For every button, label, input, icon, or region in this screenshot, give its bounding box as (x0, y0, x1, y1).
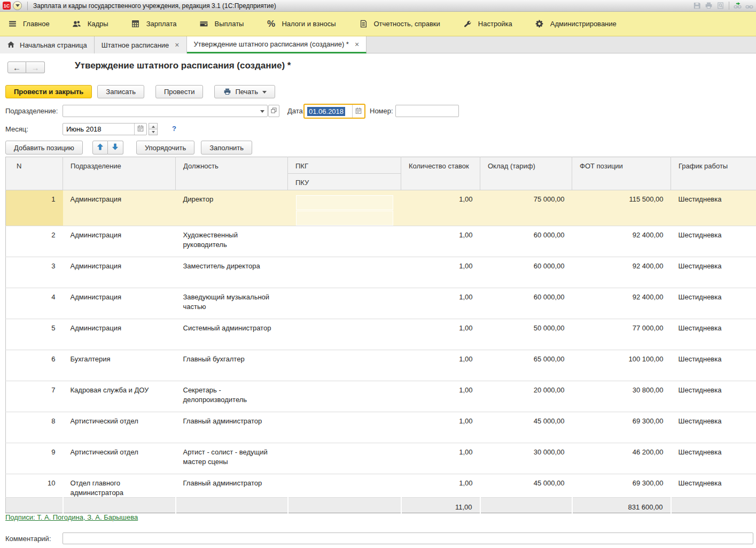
cell-salary[interactable]: 20 000,00 (480, 381, 572, 412)
cell-schedule[interactable]: Шестидневка (671, 381, 756, 412)
date-field[interactable]: 01.06.2018 (303, 104, 365, 119)
menu-item-administrirovanie[interactable]: Администрирование (535, 19, 617, 29)
menu-item-otchetnost-spravki[interactable]: Отчетность, справки (358, 19, 440, 29)
table-row[interactable]: 3 Администрация Заместитель директора 1,… (6, 257, 756, 288)
spinner-down-icon[interactable] (149, 129, 158, 135)
menu-item-glavnoe[interactable]: Главное (7, 19, 50, 29)
cell-pkg[interactable] (288, 474, 401, 498)
menu-item-kadry[interactable]: Кадры (72, 19, 108, 29)
menu-item-zarplata[interactable]: Зарплата (131, 19, 177, 29)
table-row[interactable]: 1 Администрация Директор 1,00 75 000,00 … (6, 190, 756, 226)
cell-department[interactable]: Администрация (63, 319, 176, 350)
cell-salary[interactable]: 60 000,00 (480, 257, 572, 288)
tab-close-icon[interactable]: × (175, 41, 179, 49)
cell-count[interactable]: 1,00 (401, 319, 480, 350)
forward-button[interactable]: → (26, 61, 45, 73)
cell-fot[interactable]: 92 400,00 (572, 257, 671, 288)
cell-count[interactable]: 1,00 (401, 474, 480, 498)
tab-utverzhdenie[interactable]: Утверждение штатного расписания (создани… (187, 36, 367, 53)
cell-salary[interactable]: 45 000,00 (480, 474, 572, 498)
post-and-close-button[interactable]: Провести и закрыть (5, 85, 92, 98)
date-input[interactable]: 01.06.2018 (305, 105, 352, 118)
month-field[interactable] (63, 123, 147, 135)
cell-schedule[interactable]: Шестидневка (671, 190, 756, 226)
cell-position[interactable]: Заместитель директора (176, 257, 288, 288)
move-up-button[interactable] (92, 141, 108, 155)
cell-n[interactable]: 5 (6, 319, 63, 350)
cell-n[interactable]: 7 (6, 381, 63, 412)
comment-input[interactable] (63, 532, 753, 544)
cell-fot[interactable]: 69 300,00 (572, 474, 671, 498)
department-input[interactable] (63, 105, 258, 117)
cell-pkg[interactable] (288, 443, 401, 474)
add-position-button[interactable]: Добавить позицию (5, 141, 83, 155)
order-button[interactable]: Упорядочить (136, 141, 194, 155)
department-combobox[interactable] (63, 105, 268, 117)
spinner-up-icon[interactable] (149, 123, 158, 129)
cell-department[interactable]: Отдел главного администратора (63, 474, 176, 498)
cell-department[interactable]: Артистический отдел (63, 412, 176, 443)
cell-fot[interactable]: 69 300,00 (572, 412, 671, 443)
cell-salary[interactable]: 60 000,00 (480, 226, 572, 257)
cell-fot[interactable]: 46 200,00 (572, 443, 671, 474)
table-row[interactable]: 10 Отдел главного администратора Главный… (6, 474, 756, 498)
go-link-icon[interactable] (745, 1, 754, 10)
move-down-button[interactable] (108, 141, 123, 155)
table-row[interactable]: 5 Администрация Системный администратор … (6, 319, 756, 350)
save-icon[interactable] (692, 1, 702, 10)
cell-position[interactable]: Директор (176, 190, 288, 226)
cell-count[interactable]: 1,00 (401, 350, 480, 381)
cell-pkg[interactable] (288, 412, 401, 443)
cell-schedule[interactable]: Шестидневка (671, 474, 756, 498)
table-row[interactable]: 9 Артистический отдел Артист - солист - … (6, 443, 756, 474)
cell-schedule[interactable]: Шестидневка (671, 226, 756, 257)
cell-fot[interactable]: 92 400,00 (572, 226, 671, 257)
date-calendar-button[interactable] (352, 105, 364, 118)
month-spinner[interactable] (149, 123, 158, 135)
menu-item-nalogi-i-vznosy[interactable]: % Налоги и взносы (266, 19, 336, 29)
cell-salary[interactable]: 50 000,00 (480, 319, 572, 350)
post-button[interactable]: Провести (155, 85, 204, 98)
tab-home[interactable]: Начальная страница (0, 36, 95, 53)
cell-count[interactable]: 1,00 (401, 443, 480, 474)
cell-salary[interactable]: 65 000,00 (480, 350, 572, 381)
cell-position[interactable]: Секретарь - делопроизводитель (176, 381, 288, 412)
cell-count[interactable]: 1,00 (401, 412, 480, 443)
cell-salary[interactable]: 45 000,00 (480, 412, 572, 443)
cell-position[interactable]: Заведующий музыкальной частью (176, 288, 288, 319)
cell-n[interactable]: 8 (6, 412, 63, 443)
menu-item-nastroyka[interactable]: Настройка (463, 19, 512, 29)
print-icon[interactable] (704, 1, 713, 10)
cell-schedule[interactable]: Шестидневка (671, 319, 756, 350)
cell-department[interactable]: Администрация (63, 190, 176, 226)
cell-fot[interactable]: 115 500,00 (572, 190, 671, 226)
cell-count[interactable]: 1,00 (401, 381, 480, 412)
save-button[interactable]: Записать (97, 85, 144, 98)
cell-pkg[interactable] (288, 257, 401, 288)
print-button[interactable]: Печать (214, 85, 275, 98)
cell-fot[interactable]: 77 000,00 (572, 319, 671, 350)
cell-pkg[interactable] (288, 381, 401, 412)
cell-count[interactable]: 1,00 (401, 288, 480, 319)
cell-pkg[interactable] (288, 226, 401, 257)
cell-n[interactable]: 6 (6, 350, 63, 381)
cell-position[interactable]: Артист - солист - ведущий мастер сцены (176, 443, 288, 474)
get-link-icon[interactable] (733, 1, 742, 10)
cell-pkg[interactable] (288, 288, 401, 319)
table-row[interactable]: 7 Кадровая служба и ДОУ Секретарь - дело… (6, 381, 756, 412)
signatures-link[interactable]: Подписи: Т. А. Погодина, З. А. Барышева (5, 513, 138, 521)
cell-count[interactable]: 1,00 (401, 190, 480, 226)
cell-pkg[interactable] (288, 319, 401, 350)
cell-schedule[interactable]: Шестидневка (671, 350, 756, 381)
cell-count[interactable]: 1,00 (401, 257, 480, 288)
table-row[interactable]: 2 Администрация Художественный руководит… (6, 226, 756, 257)
cell-schedule[interactable]: Шестидневка (671, 257, 756, 288)
cell-position[interactable]: Художественный руководитель (176, 226, 288, 257)
month-input[interactable] (63, 124, 134, 135)
print-preview-icon[interactable] (716, 1, 725, 10)
chevron-down-icon[interactable] (258, 105, 267, 117)
table-row[interactable]: 6 Бухгалтерия Главный бухгалтер 1,00 65 … (6, 350, 756, 381)
cell-n[interactable]: 4 (6, 288, 63, 319)
system-menu-button[interactable] (13, 1, 22, 10)
cell-department[interactable]: Артистический отдел (63, 443, 176, 474)
